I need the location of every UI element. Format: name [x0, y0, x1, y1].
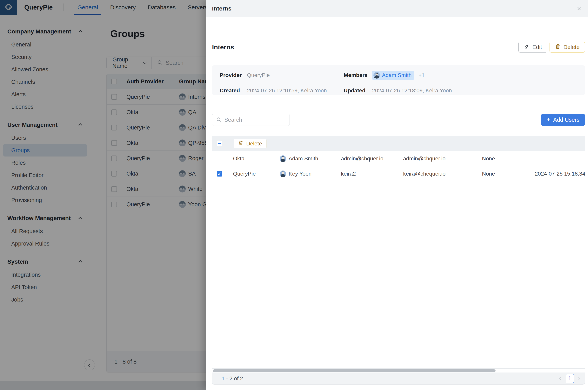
- member-chip[interactable]: Adam Smith: [372, 71, 414, 80]
- members-search: [212, 114, 290, 126]
- plus-icon: +: [547, 116, 550, 123]
- next-page-icon[interactable]: [577, 377, 580, 380]
- member-last-activity: -: [535, 155, 585, 162]
- member-extra: None: [482, 171, 535, 177]
- drawer-title: Interns: [212, 5, 232, 12]
- members-more-count[interactable]: +1: [419, 72, 425, 78]
- group-info-box: Provider QueryPie Members Adam Smith +1 …: [212, 65, 585, 95]
- updated-label: Updated: [344, 88, 372, 94]
- member-email: keira@chequer.io: [403, 171, 482, 177]
- search-icon: [216, 117, 222, 123]
- member-checkbox[interactable]: [217, 171, 222, 177]
- created-label: Created: [220, 88, 247, 94]
- members-range-text: 1 - 2 of 2: [222, 375, 243, 382]
- member-name-cell: Adam Smith: [280, 155, 341, 162]
- add-users-button[interactable]: + Add Users: [541, 114, 585, 126]
- member-name: Adam Smith: [289, 155, 318, 162]
- member-email: admin@chquer.io: [403, 155, 482, 162]
- group-detail-drawer: Interns Interns Edit: [206, 0, 588, 390]
- bulk-delete-button[interactable]: Delete: [234, 139, 266, 148]
- scrollbar-thumb[interactable]: [213, 369, 496, 372]
- member-provider: QueryPie: [233, 171, 280, 177]
- member-name: Key Yoon: [289, 171, 312, 177]
- members-label: Members: [344, 72, 372, 78]
- created-value: 2024-07-26 12:10:59, Keira Yoon: [247, 88, 344, 94]
- close-icon[interactable]: [575, 4, 583, 13]
- member-provider: Okta: [233, 155, 280, 162]
- trash-icon: [555, 44, 561, 51]
- members-table: Delete Okta Adam Smith admin@chquer.io a…: [212, 136, 585, 369]
- previous-page-icon[interactable]: [559, 377, 563, 380]
- edit-button[interactable]: Edit: [518, 42, 547, 52]
- updated-value: 2024-07-26 12:18:09, Keira Yoon: [372, 88, 585, 94]
- member-last-activity: 2024-07-25 15:18:34: [535, 171, 585, 177]
- delete-button[interactable]: Delete: [549, 42, 585, 52]
- members-value: Adam Smith +1: [372, 71, 585, 80]
- members-search-input[interactable]: [224, 117, 276, 123]
- bulk-action-bar: Delete: [212, 136, 585, 151]
- provider-label: Provider: [220, 72, 247, 78]
- page-number-button[interactable]: 1: [566, 374, 574, 383]
- member-extra: None: [482, 155, 535, 162]
- member-row[interactable]: QueryPie Key Yoon keira2 keira@chequer.i…: [212, 166, 585, 181]
- member-row[interactable]: Okta Adam Smith admin@chquer.io admin@ch…: [212, 151, 585, 166]
- member-checkbox[interactable]: [217, 156, 222, 161]
- member-login: keira2: [341, 171, 403, 177]
- querypie-admin-app: QueryPie General Discovery Databases Ser…: [0, 0, 588, 390]
- horizontal-scrollbar[interactable]: [213, 369, 585, 372]
- members-pagination-bar: 1 - 2 of 2 1: [212, 373, 585, 385]
- drawer-body: Interns Edit: [206, 17, 588, 390]
- member-name-cell: Key Yoon: [280, 171, 341, 177]
- user-avatar-icon: [280, 155, 286, 162]
- group-name-heading: Interns: [212, 43, 234, 51]
- trash-icon: [238, 140, 243, 147]
- member-login: admin@chquer.io: [341, 155, 403, 162]
- user-avatar-icon: [373, 72, 380, 79]
- user-avatar-icon: [280, 171, 286, 177]
- edit-icon: [524, 44, 530, 51]
- provider-value: QueryPie: [247, 72, 344, 78]
- drawer-header: Interns: [206, 0, 588, 17]
- pager: 1: [560, 374, 580, 383]
- select-all-members-checkbox[interactable]: [217, 141, 222, 146]
